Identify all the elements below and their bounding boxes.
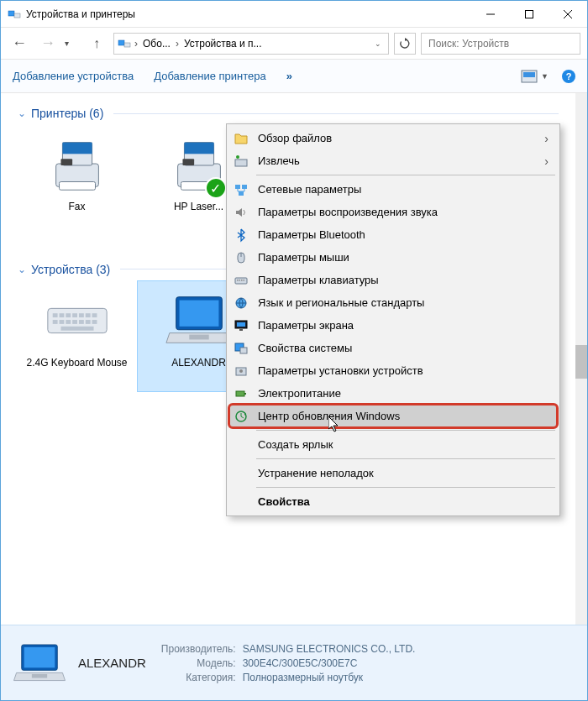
context-menu-item[interactable]: Язык и региональные стандарты: [229, 291, 557, 314]
device-setup-icon: [233, 363, 249, 379]
region-icon: [233, 295, 249, 311]
nav-back-button[interactable]: ←: [8, 32, 31, 55]
nav-up-button[interactable]: ↑: [85, 32, 108, 55]
context-menu-separator: [256, 487, 555, 488]
context-menu-item[interactable]: Свойства: [229, 490, 557, 513]
context-menu-item[interactable]: Сетевые параметры: [229, 178, 557, 201]
context-menu-separator: [256, 175, 555, 175]
overflow-command[interactable]: »: [286, 70, 292, 82]
svg-rect-44: [237, 280, 239, 281]
svg-point-55: [239, 369, 243, 373]
context-menu-item-label: Свойства системы: [258, 342, 352, 354]
context-menu-item[interactable]: Извлечь›: [229, 149, 557, 172]
search-input[interactable]: [427, 37, 575, 50]
context-menu-item[interactable]: Параметры Bluetooth: [229, 223, 557, 246]
context-menu-item-label: Параметры мыши: [258, 251, 349, 264]
titlebar: Устройства и принтеры: [1, 1, 587, 28]
context-menu-item-label: Параметры экрана: [258, 319, 354, 332]
context-menu-item[interactable]: Устранение неполадок: [229, 462, 557, 484]
context-menu-item-label: Создать ярлык: [258, 438, 333, 451]
details-val-manufacturer: SAMSUNG ELECTRONICS CO., LTD.: [243, 643, 416, 655]
svg-rect-36: [235, 160, 247, 166]
context-menu-separator: [256, 458, 555, 459]
svg-rect-53: [240, 348, 247, 353]
context-menu-item[interactable]: Создать ярлык: [229, 433, 557, 456]
svg-rect-38: [235, 185, 240, 189]
mouse-icon: [233, 249, 249, 266]
context-menu-item[interactable]: Параметры установки устройств: [229, 359, 557, 382]
svg-rect-45: [239, 280, 241, 281]
search-box[interactable]: [421, 33, 580, 55]
context-menu-item[interactable]: Электропитание: [229, 382, 557, 405]
network-icon: [233, 181, 249, 198]
svg-rect-35: [523, 72, 535, 77]
context-menu-item[interactable]: Параметры клавиатуры: [229, 269, 557, 291]
svg-rect-47: [244, 280, 245, 281]
context-menu-item-label: Центр обновления Windows: [258, 410, 400, 422]
context-menu-item[interactable]: Обзор файлов›: [229, 127, 557, 149]
svg-rect-56: [236, 391, 244, 396]
context-menu-item[interactable]: Параметры экрана: [229, 314, 557, 337]
context-menu-item-label: Параметры клавиатуры: [258, 274, 379, 286]
details-key-category: Категория:: [161, 672, 236, 683]
context-menu-item[interactable]: Параметры воспроизведения звука: [229, 201, 557, 223]
context-menu-item-label: Извлечь: [258, 154, 300, 167]
context-menu: Обзор файлов›Извлечь›Сетевые параметрыПа…: [226, 123, 560, 516]
svg-rect-50: [237, 322, 245, 327]
submenu-arrow-icon: ›: [544, 154, 549, 168]
vertical-scrollbar[interactable]: [575, 93, 587, 625]
group-header-printers[interactable]: ⌄ Принтеры (6): [1, 98, 575, 125]
context-menu-item-label: Параметры воспроизведения звука: [258, 206, 438, 218]
keyboard-icon: [43, 290, 112, 352]
context-menu-item[interactable]: Свойства системы: [229, 337, 557, 359]
device-item-keyboard[interactable]: 2.4G Keyboard Mouse: [16, 281, 138, 391]
breadcrumb-crumb-2[interactable]: Устройства и п...: [182, 38, 264, 50]
blank-icon: [233, 465, 249, 482]
maximize-button[interactable]: [510, 1, 549, 27]
group-title-devices: Устройства (3): [31, 263, 110, 276]
refresh-button[interactable]: [394, 33, 416, 55]
update-icon: [233, 408, 249, 425]
details-val-model: 300E4C/300E5C/300E7C: [243, 657, 416, 669]
chevron-down-icon: ⌄: [18, 107, 26, 119]
address-bar: ← → ▾ ↑ › Обо... › Устройства и п... ⌄: [1, 28, 587, 60]
context-menu-item[interactable]: Центр обновления Windows: [229, 405, 557, 427]
blank-icon: [233, 494, 249, 510]
printer-item-fax[interactable]: Fax: [16, 125, 138, 241]
breadcrumb[interactable]: › Обо... › Устройства и п... ⌄: [113, 33, 389, 55]
nav-forward-button[interactable]: →: [36, 32, 60, 55]
bluetooth-icon: [233, 227, 249, 243]
details-key-model: Модель:: [161, 657, 236, 669]
window-title: Устройства и принтеры: [26, 8, 471, 20]
devices-printers-icon: [8, 8, 21, 21]
context-menu-item[interactable]: Параметры мыши: [229, 246, 557, 269]
svg-rect-57: [244, 393, 246, 395]
laptop-icon: [165, 290, 234, 352]
breadcrumb-dropdown[interactable]: ⌄: [371, 39, 385, 48]
add-printer-command[interactable]: Добавление принтера: [154, 70, 265, 82]
item-label: 2.4G Keyboard Mouse: [26, 357, 127, 370]
help-button[interactable]: ?: [562, 70, 575, 83]
breadcrumb-crumb-1[interactable]: Обо...: [141, 38, 172, 50]
context-menu-item-label: Параметры Bluetooth: [258, 228, 365, 241]
add-device-command[interactable]: Добавление устройства: [13, 70, 134, 82]
command-bar: Добавление устройства Добавление принтер…: [1, 60, 587, 93]
chevron-down-icon: ⌄: [18, 264, 26, 275]
details-key-manufacturer: Производитель:: [161, 643, 236, 655]
view-options-button[interactable]: ▼: [521, 70, 549, 83]
sound-icon: [233, 204, 249, 221]
laptop-icon: [13, 638, 66, 688]
details-pane: ALEXANDR Производитель: SAMSUNG ELECTRON…: [1, 625, 587, 700]
item-label: ALEXANDR: [171, 357, 226, 370]
minimize-button[interactable]: [471, 1, 510, 27]
close-button[interactable]: [549, 1, 587, 27]
eject-icon: [233, 153, 249, 170]
window: Устройства и принтеры ← → ▾ ↑ › Обо... ›…: [0, 0, 588, 701]
svg-rect-51: [239, 329, 243, 331]
printer-icon: ✓: [165, 133, 234, 196]
context-menu-item-label: Параметры установки устройств: [258, 364, 423, 377]
context-menu-item-label: Электропитание: [258, 387, 341, 400]
item-label: Fax: [68, 201, 85, 214]
nav-history-button[interactable]: ▾: [65, 39, 80, 48]
blank-icon: [233, 437, 249, 453]
